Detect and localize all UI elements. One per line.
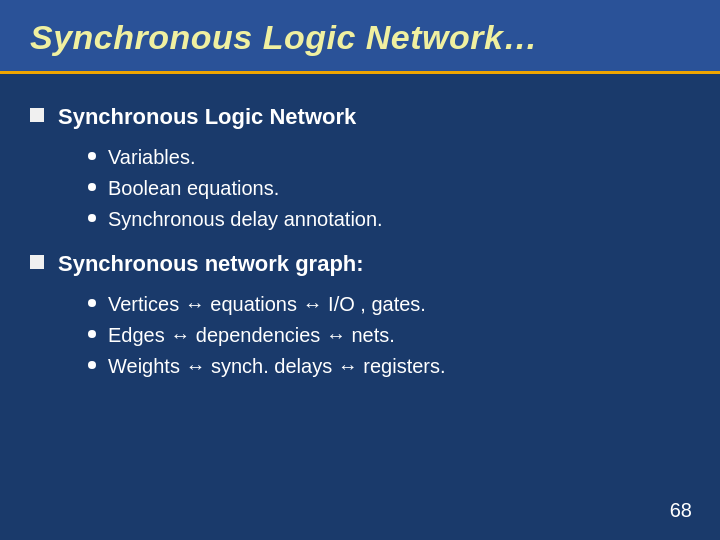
- main-bullet-2: Synchronous network graph:: [30, 251, 680, 277]
- section2-subbullets: Vertices ↔ equations ↔ I/O , gates. Edge…: [88, 293, 680, 378]
- sub-bullet-text-1-2: Boolean equations.: [108, 177, 279, 200]
- sub-bullet-text-2-2: Edges ↔ dependencies ↔ nets.: [108, 324, 395, 347]
- sub-bullet-text-2-1: Vertices ↔ equations ↔ I/O , gates.: [108, 293, 426, 316]
- main-bullet-1: Synchronous Logic Network: [30, 104, 680, 130]
- section-2: Synchronous network graph: Vertices ↔ eq…: [30, 251, 680, 378]
- content-area: Synchronous Logic Network Variables. Boo…: [0, 74, 720, 418]
- dot-icon-2-2: [88, 330, 96, 338]
- sub-bullet-1-1: Variables.: [88, 146, 680, 169]
- slide: Synchronous Logic Network… Synchronous L…: [0, 0, 720, 540]
- sub-bullet-text-2-3: Weights ↔ synch. delays ↔ registers.: [108, 355, 446, 378]
- dot-icon-1-3: [88, 214, 96, 222]
- slide-title: Synchronous Logic Network…: [30, 18, 538, 56]
- sub-bullet-text-1-3: Synchronous delay annotation.: [108, 208, 383, 231]
- sub-bullet-2-3: Weights ↔ synch. delays ↔ registers.: [88, 355, 680, 378]
- section2-heading: Synchronous network graph:: [58, 251, 364, 277]
- bullet-square-icon-2: [30, 255, 44, 269]
- section1-heading: Synchronous Logic Network: [58, 104, 356, 130]
- dot-icon-1-1: [88, 152, 96, 160]
- dot-icon-2-1: [88, 299, 96, 307]
- dot-icon-1-2: [88, 183, 96, 191]
- page-number: 68: [670, 499, 692, 522]
- sub-bullet-2-1: Vertices ↔ equations ↔ I/O , gates.: [88, 293, 680, 316]
- sub-bullet-2-2: Edges ↔ dependencies ↔ nets.: [88, 324, 680, 347]
- sub-bullet-1-3: Synchronous delay annotation.: [88, 208, 680, 231]
- section-1: Synchronous Logic Network Variables. Boo…: [30, 104, 680, 231]
- section1-subbullets: Variables. Boolean equations. Synchronou…: [88, 146, 680, 231]
- dot-icon-2-3: [88, 361, 96, 369]
- sub-bullet-text-1-1: Variables.: [108, 146, 195, 169]
- sub-bullet-1-2: Boolean equations.: [88, 177, 680, 200]
- title-bar: Synchronous Logic Network…: [0, 0, 720, 74]
- bullet-square-icon-1: [30, 108, 44, 122]
